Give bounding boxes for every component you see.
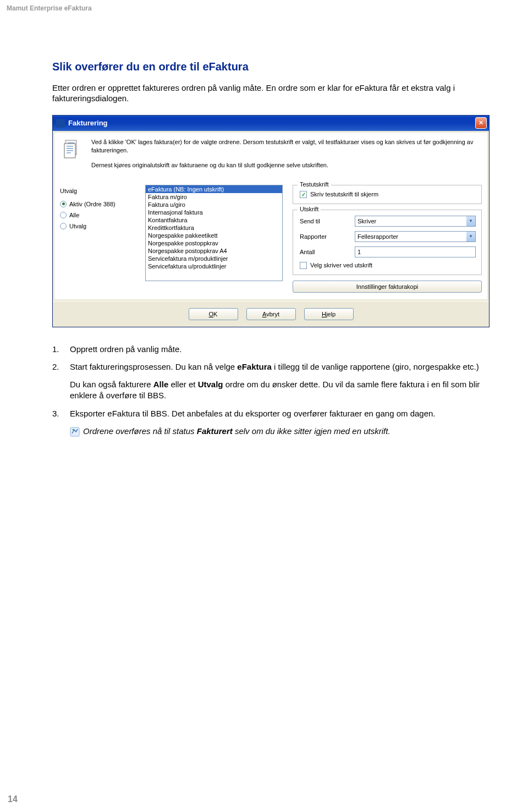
sendtil-label: Send til	[300, 218, 355, 224]
note-text: Ordrene overføres nå til status Fakturer…	[83, 426, 391, 437]
step-3-text: Eksporter eFaktura til BBS. Det anbefale…	[70, 408, 492, 419]
step-3: 3. Eksporter eFaktura til BBS. Det anbef…	[52, 408, 492, 419]
page-number: 14	[8, 794, 18, 804]
radio-alle-label: Alle	[69, 212, 79, 218]
list-item[interactable]: Faktura m/giro	[146, 193, 282, 201]
velg-skriver-label: Velg skriver ved utskrift	[310, 262, 372, 268]
rapporter-label: Rapporter	[300, 233, 355, 240]
info-line-2: Dernest kjøres originalutskrift av faktu…	[91, 161, 481, 169]
text-bold: Alle	[153, 380, 169, 389]
dialog-title: Fakturering	[68, 119, 108, 127]
svg-rect-8	[67, 152, 71, 153]
dialog-body: Ved å klikke 'OK' lages faktura(er) for …	[54, 133, 487, 299]
document-icon	[61, 138, 83, 160]
hjelp-button[interactable]: Hjelp	[304, 308, 354, 320]
testutskrift-legend: Testutskrift	[298, 181, 331, 188]
text-fragment: eller et	[168, 380, 197, 389]
page-content: Slik overfører du en ordre til eFaktura …	[52, 61, 492, 437]
rapporter-value: Fellesrapporter	[358, 233, 398, 240]
report-listbox[interactable]: eFaktura (NB: Ingen utskrift) Faktura m/…	[145, 185, 283, 281]
svg-rect-7	[67, 150, 73, 151]
step-number: 3.	[52, 408, 70, 419]
dialog-titlebar: Fakturering ×	[53, 116, 489, 131]
step-2-text: Start faktureringsprosessen. Du kan nå v…	[70, 361, 492, 372]
svg-rect-9	[70, 427, 79, 436]
text-fragment: i tillegg til de vanlige rapportene (gir…	[272, 362, 479, 371]
step-number: 1.	[52, 344, 70, 355]
svg-rect-1	[68, 142, 74, 144]
dialog-button-bar: OK Avbryt Hjelp	[53, 301, 489, 327]
sendtil-combo[interactable]: Skriver ▼	[355, 216, 476, 227]
section-title: Slik overfører du en ordre til eFaktura	[52, 61, 492, 73]
text-bold: Fakturert	[197, 426, 233, 436]
right-column: Testutskrift Skriv testutskrift til skje…	[283, 185, 482, 293]
fakturering-dialog: Fakturering ×	[52, 115, 490, 327]
radio-icon	[60, 201, 67, 207]
step-2-indent: Du kan også fakturere Alle eller et Utva…	[70, 379, 492, 402]
utskrift-legend: Utskrift	[298, 206, 321, 212]
velg-skriver-checkbox-row[interactable]: Velg skriver ved utskrift	[300, 262, 476, 269]
utskrift-fieldset: Utskrift Send til Skriver ▼ Rapporter Fe	[293, 210, 482, 275]
checkbox-icon	[300, 262, 307, 269]
testutskrift-checkbox-row[interactable]: Skriv testutskrift til skjerm	[300, 191, 476, 198]
radio-aktiv-label: Aktiv (Ordre 388)	[69, 201, 116, 207]
testutskrift-fieldset: Testutskrift Skriv testutskrift til skje…	[293, 185, 482, 204]
svg-rect-6	[67, 148, 73, 149]
dialog-info-text: Ved å klikke 'OK' lages faktura(er) for …	[91, 138, 481, 177]
list-item[interactable]: Faktura u/giro	[146, 201, 282, 209]
radio-icon	[60, 223, 67, 229]
info-icon	[70, 427, 80, 437]
text-fragment: Ordrene overføres nå til status	[83, 426, 197, 436]
utvalg-label: Utvalg	[60, 188, 145, 194]
text-fragment: Start faktureringsprosessen. Du kan nå v…	[70, 362, 237, 371]
steps-list: 1. Opprett ordren på vanlig måte. 2. Sta…	[52, 344, 492, 437]
avbryt-button[interactable]: Avbryt	[246, 308, 296, 320]
list-item[interactable]: Servicefaktura m/produktlinjer	[146, 255, 282, 262]
step-1-text: Opprett ordren på vanlig måte.	[70, 344, 492, 355]
radio-alle[interactable]: Alle	[60, 212, 145, 218]
chevron-down-icon: ▼	[466, 232, 475, 242]
svg-point-10	[73, 429, 74, 430]
utvalg-column: Utvalg Aktiv (Ordre 388) Alle Utvalg	[60, 185, 145, 293]
list-item[interactable]: Norgespakke pakkeetikett	[146, 232, 282, 239]
rapporter-combo[interactable]: Fellesrapporter ▼	[355, 231, 476, 242]
testutskrift-cb-label: Skriv testutskrift til skjerm	[310, 191, 378, 197]
text-bold: eFaktura	[237, 362, 272, 371]
innstillinger-button[interactable]: Innstillinger fakturakopi	[293, 281, 482, 293]
text-fragment: Du kan også fakturere	[70, 380, 153, 389]
intro-paragraph: Etter ordren er opprettet faktureres ord…	[52, 83, 492, 104]
list-item[interactable]: Norgespakke postoppkrav	[146, 239, 282, 247]
sendtil-value: Skriver	[358, 218, 376, 224]
antall-input[interactable]: 1	[355, 246, 476, 257]
radio-utvalg[interactable]: Utvalg	[60, 223, 145, 229]
text-bold: Utvalg	[198, 380, 223, 389]
step-2: 2. Start faktureringsprosessen. Du kan n…	[52, 361, 492, 372]
radio-utvalg-label: Utvalg	[69, 223, 86, 229]
checkbox-icon	[300, 191, 307, 198]
note-row: Ordrene overføres nå til status Fakturer…	[70, 426, 492, 437]
step-number: 2.	[52, 361, 70, 372]
antall-label: Antall	[300, 249, 355, 255]
close-button[interactable]: ×	[475, 117, 487, 129]
list-item[interactable]: Kontantfaktura	[146, 216, 282, 224]
radio-aktiv[interactable]: Aktiv (Ordre 388)	[60, 201, 145, 207]
list-item[interactable]: Servicefaktura u/produktlinjer	[146, 262, 282, 270]
antall-value: 1	[358, 249, 361, 255]
app-icon	[56, 119, 65, 128]
text-fragment: selv om du ikke sitter igjen med en utsk…	[233, 426, 391, 436]
chevron-down-icon: ▼	[466, 216, 475, 226]
step-1: 1. Opprett ordren på vanlig måte.	[52, 344, 492, 355]
list-item[interactable]: Norgespakke postoppkrav A4	[146, 247, 282, 255]
page-header: Mamut Enterprise eFaktura	[7, 4, 92, 12]
list-item[interactable]: Kredittkortfaktura	[146, 224, 282, 232]
svg-rect-5	[67, 146, 73, 147]
ok-button[interactable]: OK	[189, 308, 238, 320]
list-item[interactable]: eFaktura (NB: Ingen utskrift)	[146, 185, 282, 193]
radio-icon	[60, 212, 67, 218]
info-line-1: Ved å klikke 'OK' lages faktura(er) for …	[91, 138, 481, 155]
list-item[interactable]: Internasjonal faktura	[146, 209, 282, 216]
